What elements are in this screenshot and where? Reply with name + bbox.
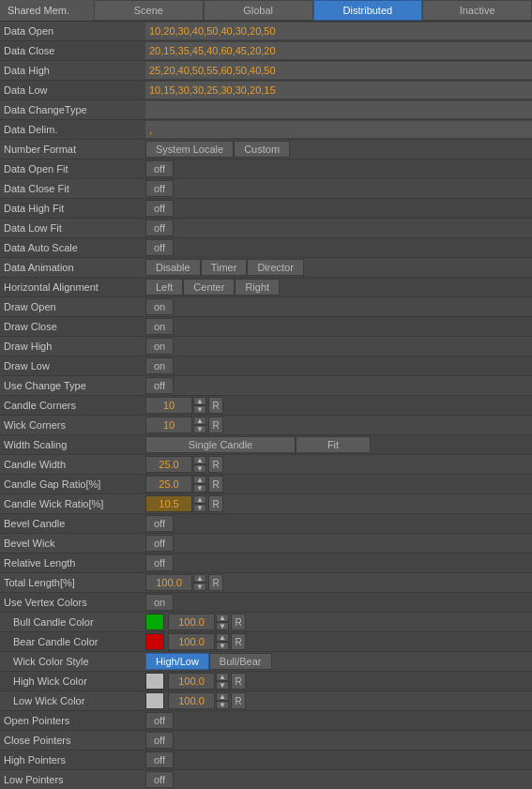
toggle-use-vertex-colors[interactable]: on <box>145 594 174 611</box>
arrow-up-wick-corners[interactable]: ▲ <box>193 417 206 425</box>
label-open-pointers: Open Pointers <box>0 715 145 726</box>
arrow-down-candle-gap-ratio[interactable]: ▼ <box>193 484 206 493</box>
btn-center[interactable]: Center <box>183 279 235 296</box>
btn-director[interactable]: Director <box>247 259 304 276</box>
input-total-length[interactable] <box>145 574 192 591</box>
reset-candle-wick-ratio[interactable]: R <box>208 495 223 512</box>
arrows-low-wick-color: ▲ ▼ <box>216 692 229 709</box>
row-number-format: Number Format System Locale Custom <box>0 140 532 159</box>
reset-bull-candle-color[interactable]: R <box>231 614 246 630</box>
arrow-up-candle-wick-ratio[interactable]: ▲ <box>193 495 206 504</box>
input-bear-candle-color[interactable] <box>168 633 215 650</box>
text-data-high[interactable]: 25,20,40,50,55,60,50,40,50 <box>145 62 532 79</box>
input-candle-wick-ratio[interactable] <box>145 495 192 512</box>
text-data-close[interactable]: 20,15,35,45,40,60,45,20,20 <box>145 42 532 59</box>
text-data-open[interactable]: 10,20,30,40,50,40,30,20,50 <box>145 23 532 39</box>
btn-left[interactable]: Left <box>145 279 183 296</box>
input-low-wick-color[interactable] <box>168 692 215 709</box>
arrow-down-candle-wick-ratio[interactable]: ▼ <box>193 504 206 512</box>
arrow-up-bull-candle-color[interactable]: ▲ <box>216 614 229 622</box>
toggle-draw-low[interactable]: on <box>145 357 174 374</box>
arrow-up-candle-gap-ratio[interactable]: ▲ <box>193 476 206 484</box>
row-open-pointers: Open Pointers off <box>0 711 532 731</box>
btn-single-candle[interactable]: Single Candle <box>145 436 296 453</box>
row-data-open-fit: Data Open Fit off <box>0 159 532 179</box>
toggle-data-low-fit[interactable]: off <box>145 220 174 236</box>
swatch-bull-candle[interactable] <box>145 614 164 630</box>
toggle-low-pointers[interactable]: off <box>145 771 174 788</box>
tab-global[interactable]: Global <box>204 0 313 21</box>
input-candle-corners[interactable] <box>145 397 192 414</box>
toggle-high-pointers[interactable]: off <box>145 751 174 768</box>
toggle-data-close-fit[interactable]: off <box>145 180 174 197</box>
toggle-data-auto-scale[interactable]: off <box>145 239 174 256</box>
arrow-up-high-wick-color[interactable]: ▲ <box>216 673 229 681</box>
btn-system-locale[interactable]: System Locale <box>145 141 234 158</box>
reset-low-wick-color[interactable]: R <box>231 692 246 709</box>
arrow-up-bear-candle-color[interactable]: ▲ <box>216 633 229 642</box>
text-data-delim[interactable]: , <box>145 121 532 138</box>
swatch-low-wick[interactable] <box>145 692 164 709</box>
reset-candle-width[interactable]: R <box>208 456 223 473</box>
input-wick-corners[interactable] <box>145 417 192 433</box>
arrows-wick-corners: ▲ ▼ <box>193 417 206 433</box>
value-candle-width: ▲ ▼ R <box>145 456 532 473</box>
label-bevel-wick: Bevel Wick <box>0 538 145 549</box>
toggle-data-open-fit[interactable]: off <box>145 160 174 177</box>
toggle-close-pointers[interactable]: off <box>145 732 174 749</box>
arrow-up-candle-corners[interactable]: ▲ <box>193 397 206 405</box>
arrow-up-low-wick-color[interactable]: ▲ <box>216 692 229 701</box>
text-data-low[interactable]: 10,15,30,30,25,30,30,20,15 <box>145 82 532 99</box>
arrow-down-high-wick-color[interactable]: ▼ <box>216 681 229 690</box>
label-data-delim: Data Delim. <box>0 124 145 135</box>
label-draw-open: Draw Open <box>0 301 145 312</box>
input-high-wick-color[interactable] <box>168 673 215 690</box>
toggle-draw-close[interactable]: on <box>145 318 174 335</box>
swatch-high-wick[interactable] <box>145 673 164 690</box>
arrow-up-total-length[interactable]: ▲ <box>193 574 206 583</box>
reset-wick-corners[interactable]: R <box>208 417 223 433</box>
arrow-down-bear-candle-color[interactable]: ▼ <box>216 642 229 650</box>
arrow-down-total-length[interactable]: ▼ <box>193 583 206 591</box>
btn-right[interactable]: Right <box>235 279 280 296</box>
reset-high-wick-color[interactable]: R <box>231 673 246 690</box>
arrow-down-bull-candle-color[interactable]: ▼ <box>216 622 229 630</box>
arrow-up-candle-width[interactable]: ▲ <box>193 456 206 464</box>
toggle-relative-length[interactable]: off <box>145 554 174 571</box>
btn-custom[interactable]: Custom <box>234 141 290 158</box>
reset-total-length[interactable]: R <box>208 574 223 591</box>
value-wick-corners: ▲ ▼ R <box>145 417 532 433</box>
btn-timer[interactable]: Timer <box>201 259 248 276</box>
arrow-down-candle-corners[interactable]: ▼ <box>193 405 206 414</box>
toggle-open-pointers[interactable]: off <box>145 712 174 729</box>
arrow-down-low-wick-color[interactable]: ▼ <box>216 701 229 709</box>
reset-candle-gap-ratio[interactable]: R <box>208 476 223 493</box>
label-data-close: Data Close <box>0 45 145 56</box>
row-data-close-fit: Data Close Fit off <box>0 179 532 199</box>
toggle-data-high-fit[interactable]: off <box>145 200 174 217</box>
toggle-use-change-type[interactable]: off <box>145 377 174 394</box>
toggle-draw-high[interactable]: on <box>145 338 174 355</box>
arrow-down-wick-corners[interactable]: ▼ <box>193 425 206 433</box>
tab-distributed[interactable]: Distributed <box>313 0 423 21</box>
input-bull-candle-color[interactable] <box>168 614 215 630</box>
toggle-draw-open[interactable]: on <box>145 298 174 315</box>
toggle-bevel-wick[interactable]: off <box>145 535 174 552</box>
swatch-bear-candle[interactable] <box>145 633 164 650</box>
btn-disable[interactable]: Disable <box>145 259 201 276</box>
input-candle-width[interactable] <box>145 456 192 473</box>
btn-bull-bear[interactable]: Bull/Bear <box>209 653 272 670</box>
reset-candle-corners[interactable]: R <box>208 397 223 414</box>
row-data-high-fit: Data High Fit off <box>0 199 532 219</box>
toggle-bevel-candle[interactable]: off <box>145 515 174 532</box>
btn-high-low[interactable]: High/Low <box>145 653 209 670</box>
input-candle-gap-ratio[interactable] <box>145 476 192 493</box>
width-scaling-btngroup: Single Candle Fit <box>145 436 371 453</box>
tab-inactive[interactable]: Inactive <box>422 0 532 21</box>
btn-fit[interactable]: Fit <box>296 436 371 453</box>
text-data-changetype[interactable] <box>145 101 532 118</box>
label-data-open-fit: Data Open Fit <box>0 163 145 174</box>
arrow-down-candle-width[interactable]: ▼ <box>193 464 206 473</box>
tab-scene[interactable]: Scene <box>94 0 204 21</box>
reset-bear-candle-color[interactable]: R <box>231 633 246 650</box>
